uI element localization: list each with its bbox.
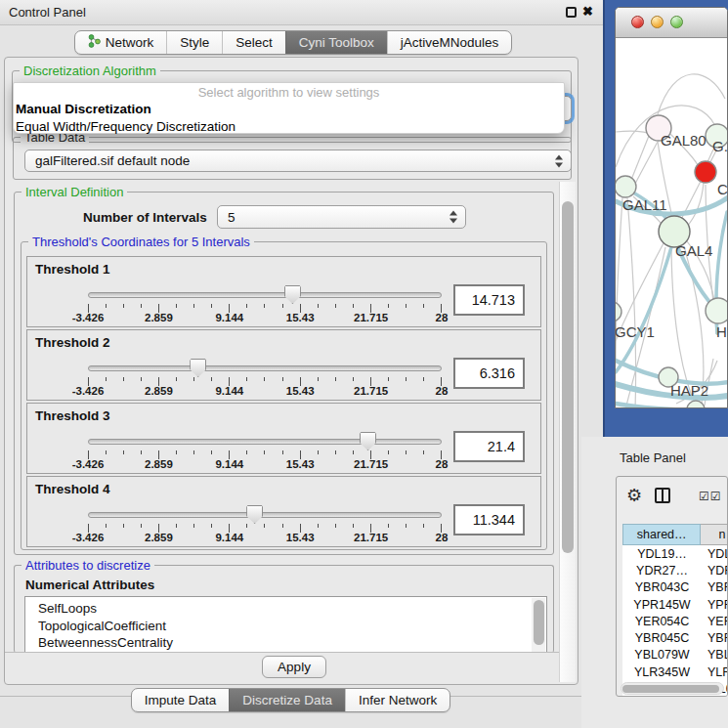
list-scrollbar[interactable] bbox=[532, 598, 545, 653]
slider-track[interactable] bbox=[88, 365, 442, 371]
threshold-panel-3: Threshold 3 -3.4262.8599.14415.4321.7152… bbox=[26, 403, 541, 474]
close-traffic-light[interactable] bbox=[631, 16, 644, 28]
tick-mark bbox=[318, 304, 319, 308]
algorithm-hint: Select algorithm to view settings bbox=[14, 85, 564, 100]
network-icon bbox=[88, 34, 101, 51]
threshold-value-box[interactable]: 21.4 bbox=[453, 431, 525, 462]
tab-jactivemnodules[interactable]: jActiveMNodules bbox=[387, 31, 512, 54]
tick-mark bbox=[282, 524, 283, 528]
table-cell: YDR2 bbox=[702, 564, 728, 578]
slider-track[interactable] bbox=[88, 512, 442, 518]
table-row[interactable]: YBR045CYBR0 bbox=[622, 629, 728, 646]
table-cell: YER0 bbox=[702, 615, 728, 628]
table-cell: YBL079W bbox=[622, 648, 702, 662]
list-item-topologicalcoefficient[interactable]: TopologicalCoefficient bbox=[25, 618, 546, 635]
threshold-slider[interactable] bbox=[88, 508, 442, 524]
threshold-value-box[interactable]: 14.713 bbox=[453, 284, 525, 316]
tick-mark bbox=[335, 304, 336, 308]
column-header-name[interactable]: n bbox=[701, 524, 728, 545]
algorithm-option-equal-width[interactable]: Equal Width/Frequency Discretization bbox=[16, 119, 236, 134]
network-window-titlebar[interactable] bbox=[616, 8, 727, 38]
threshold-slider[interactable] bbox=[88, 288, 442, 304]
slider-track[interactable] bbox=[88, 439, 442, 445]
threshold-value-box[interactable]: 11.344 bbox=[453, 504, 525, 535]
threshold-slider-thumb[interactable] bbox=[190, 359, 206, 377]
tick-label: 21.715 bbox=[354, 385, 388, 397]
table-data-combobox[interactable]: galFiltered.sif default node bbox=[24, 150, 572, 172]
tick-mark bbox=[318, 524, 319, 528]
panel-scrollbar[interactable] bbox=[559, 182, 576, 682]
table-row[interactable]: YBL079WYBL0 bbox=[622, 647, 728, 664]
tab-label: Network bbox=[106, 35, 154, 50]
table-cell: YBL0 bbox=[702, 648, 728, 662]
gear-icon[interactable]: ⚙ bbox=[626, 485, 642, 506]
num-intervals-combobox[interactable]: 5 bbox=[217, 205, 466, 229]
threshold-value-box[interactable]: 6.316 bbox=[453, 358, 525, 389]
tick-label: 15.43 bbox=[286, 385, 315, 397]
tick-mark bbox=[123, 450, 124, 454]
table-cell: YBR0 bbox=[702, 580, 728, 594]
threshold-slider-thumb[interactable] bbox=[284, 285, 301, 304]
tick-mark bbox=[388, 377, 389, 381]
tick-mark bbox=[406, 524, 407, 528]
table-horizontal-scrollbar-thumb[interactable] bbox=[622, 685, 719, 693]
tick-mark bbox=[246, 450, 247, 454]
tick-mark bbox=[423, 377, 424, 381]
column-layout-icon[interactable] bbox=[655, 488, 670, 503]
network-node-gal11[interactable] bbox=[616, 176, 636, 197]
algorithm-group-title: Discretization Algorithm bbox=[20, 64, 160, 78]
minimize-traffic-light[interactable] bbox=[651, 16, 664, 28]
float-window-button[interactable] bbox=[566, 7, 577, 18]
tick-mark bbox=[353, 377, 354, 381]
zoom-traffic-light[interactable] bbox=[670, 16, 683, 28]
node-label-partial-g: G. bbox=[712, 138, 727, 154]
node-label-gal4: GAL4 bbox=[675, 242, 712, 259]
tab-select[interactable]: Select bbox=[222, 31, 285, 54]
network-node-gcy1[interactable] bbox=[616, 302, 621, 321]
list-scrollbar-thumb[interactable] bbox=[534, 600, 544, 645]
column-header-shared-name[interactable]: shared… bbox=[622, 524, 701, 545]
tab-cyni-toolbox[interactable]: Cyni Toolbox bbox=[285, 31, 387, 54]
tick-mark bbox=[176, 304, 177, 308]
table-row[interactable]: YPR145WYPR1 bbox=[622, 596, 728, 613]
threshold-slider-thumb[interactable] bbox=[246, 505, 263, 524]
network-canvas[interactable]: GAL80 G. C GAL11 GAL4 GCY1 H HAP2 bbox=[616, 38, 727, 407]
list-item-betweennesscentrality[interactable]: BetweennessCentrality bbox=[25, 634, 546, 652]
network-node-h[interactable] bbox=[706, 298, 727, 323]
tick-mark bbox=[353, 450, 354, 454]
tick-label: 2.859 bbox=[145, 312, 173, 323]
list-item-selfloops[interactable]: SelfLoops bbox=[25, 597, 546, 618]
tick-label: 28 bbox=[436, 532, 449, 543]
tab-infer-network[interactable]: Infer Network bbox=[345, 689, 450, 711]
tick-mark bbox=[141, 450, 142, 454]
tick-mark bbox=[264, 524, 265, 528]
tick-mark bbox=[423, 450, 424, 454]
threshold-panel-4: Threshold 4 -3.4262.8599.14415.4321.7152… bbox=[26, 476, 541, 547]
threshold-slider[interactable] bbox=[88, 435, 442, 450]
tab-impute-data[interactable]: Impute Data bbox=[132, 689, 230, 711]
bottom-tabbar: Impute Data Discretize Data Infer Networ… bbox=[0, 685, 581, 716]
top-tabbar: Network Style Select Cyni Toolbox jActiv… bbox=[0, 25, 586, 59]
table-row[interactable]: YLR345WYLR3 bbox=[622, 664, 728, 680]
table-row[interactable]: YDR27…YDR2 bbox=[622, 562, 728, 578]
table-row[interactable]: YBR043CYBR0 bbox=[622, 579, 728, 596]
apply-button[interactable]: Apply bbox=[262, 656, 326, 678]
table-row[interactable]: YER054CYER0 bbox=[622, 613, 728, 629]
panel-scrollbar-thumb[interactable] bbox=[562, 201, 574, 553]
slider-track[interactable] bbox=[88, 292, 442, 298]
close-icon[interactable]: ✖ bbox=[582, 4, 593, 19]
algorithm-option-manual[interactable]: Manual Discretization bbox=[16, 102, 151, 116]
table-horizontal-scrollbar[interactable] bbox=[621, 682, 724, 695]
tab-discretize-data[interactable]: Discretize Data bbox=[229, 689, 345, 711]
threshold-slider[interactable] bbox=[88, 362, 442, 377]
slider-tick-labels: -3.4262.8599.14415.4321.71528 bbox=[88, 458, 442, 471]
tab-style[interactable]: Style bbox=[166, 31, 222, 54]
network-node-selected-red[interactable] bbox=[695, 161, 716, 183]
tick-mark bbox=[106, 377, 107, 381]
slider-tick-labels: -3.4262.8599.14415.4321.71528 bbox=[88, 312, 442, 324]
select-columns-icons[interactable]: ☑☑ bbox=[699, 490, 722, 503]
tick-mark bbox=[246, 377, 247, 381]
tab-network[interactable]: Network bbox=[75, 31, 167, 54]
threshold-slider-thumb[interactable] bbox=[360, 432, 376, 450]
table-row[interactable]: YDL19…YDL1 bbox=[622, 545, 728, 562]
